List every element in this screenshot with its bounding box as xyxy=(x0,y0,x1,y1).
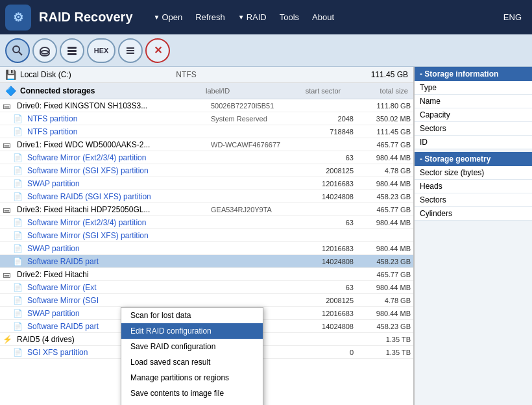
storages-header-icon: 🔷 xyxy=(5,86,16,96)
item-start: 63 xyxy=(298,284,356,291)
item-label: Software Mirror (Ext2/3/4) partition xyxy=(27,153,208,162)
tool-disk-btn[interactable] xyxy=(32,38,57,63)
item-size: 4.78 GB xyxy=(359,297,411,304)
geometry-field[interactable]: Heads xyxy=(415,180,532,193)
nav-refresh[interactable]: Refresh xyxy=(190,10,230,25)
tree-item[interactable]: 🖴 Drive0: Fixed KINGSTON SH103S3... 5002… xyxy=(0,99,413,112)
tree-item[interactable]: 🖴 Drive2: Fixed Hitachi 465.77 GB xyxy=(0,268,413,281)
tool-hex-btn[interactable]: HEX xyxy=(87,38,115,63)
local-disk-label: Local Disk (C:) xyxy=(20,70,156,79)
col-label-id: label/ID xyxy=(206,87,290,95)
item-id: System Reserved xyxy=(211,115,295,123)
right-panel: - Storage information TypeNameCapacitySe… xyxy=(414,67,532,405)
item-label: NTFS partition xyxy=(27,114,208,123)
geometry-field[interactable]: Sector size (bytes) xyxy=(415,166,532,180)
geometry-field[interactable]: Cylinders xyxy=(415,207,532,221)
info-field[interactable]: ID xyxy=(415,136,532,149)
nav-tools[interactable]: Tools xyxy=(274,10,304,25)
storages-header: 🔷 Connected storages label/ID start sect… xyxy=(0,83,413,99)
tree-item[interactable]: 📄 NTFS partition System Reserved 2048 35… xyxy=(0,112,413,125)
info-fields1: TypeNameCapacitySectorsID xyxy=(415,81,532,149)
tree-item[interactable]: 📄 Software RAID5 part 14024808 458.23 GB xyxy=(0,255,413,268)
item-id: WD-WCAWF4676677 xyxy=(211,141,295,149)
info-field[interactable]: Type xyxy=(415,81,532,95)
item-label: Drive0: Fixed KINGSTON SH103S3... xyxy=(17,101,208,110)
tree-item[interactable]: 📄 Software Mirror (SGI XFS) partition xyxy=(0,229,413,242)
item-size: 980.44 MB xyxy=(359,219,411,227)
tree-item[interactable]: 📄 NTFS partition 718848 111.45 GB xyxy=(0,125,413,138)
nav-raid-arrow: ▼ xyxy=(238,14,245,21)
svg-rect-7 xyxy=(67,53,77,55)
info-field[interactable]: Name xyxy=(415,95,532,108)
tree-item[interactable]: 📄 Software Mirror (SGI XFS) partition 20… xyxy=(0,164,413,177)
app-title: RAID Recovery xyxy=(39,10,133,25)
partition-icon: 📄 xyxy=(13,296,25,305)
tree-item[interactable]: 📄 Software Mirror (Ext 63 980.44 MB xyxy=(0,281,413,294)
local-disk-row[interactable]: 💾 Local Disk (C:) NTFS 111.45 GB xyxy=(0,67,413,83)
info-field[interactable]: Sectors xyxy=(415,122,532,136)
partition-icon: 📄 xyxy=(13,244,25,253)
nav-about[interactable]: About xyxy=(307,10,339,25)
item-size: 980.44 MB xyxy=(359,245,411,252)
storage-info-header: - Storage information xyxy=(415,67,532,81)
svg-point-0 xyxy=(13,46,19,53)
item-label: Software Mirror (Ext xyxy=(27,283,208,292)
partition-icon: 📄 xyxy=(13,192,25,201)
partition-icon: 📄 xyxy=(13,114,25,123)
item-size: 1.35 TB xyxy=(359,349,411,356)
item-label: Drive1: Fixed WDC WD5000AAKS-2... xyxy=(17,140,208,149)
item-label: NTFS partition xyxy=(27,127,208,136)
svg-rect-6 xyxy=(67,50,77,52)
tree-item[interactable]: 📄 SWAP partition 12016683 980.44 MB xyxy=(0,177,413,190)
tree-item[interactable]: 🖴 Drive1: Fixed WDC WD5000AAKS-2... WD-W… xyxy=(0,138,413,151)
nav-open-arrow: ▼ xyxy=(154,14,160,21)
item-size: 1.35 TB xyxy=(359,336,411,343)
storage-geometry-header-label: - Storage geometry xyxy=(420,154,490,164)
ctx-menu-item[interactable]: Hexadecimal contents xyxy=(121,401,263,405)
item-start: 14024808 xyxy=(298,258,356,265)
ctx-menu-item[interactable]: Edit RAID configuration xyxy=(121,323,263,339)
partition-icon: 📄 xyxy=(13,348,25,357)
ctx-menu-item[interactable]: Save contents to image file xyxy=(121,386,263,401)
ctx-menu-item[interactable]: Manage partitions or regions xyxy=(121,370,263,386)
item-size: 458.23 GB xyxy=(359,258,411,265)
nav-open[interactable]: ▼ Open xyxy=(149,10,188,25)
drive-icon: 🖴 xyxy=(3,140,14,149)
ctx-menu-item[interactable]: Load saved scan result xyxy=(121,354,263,370)
titlebar: ⚙ RAID Recovery ▼ Open Refresh ▼ RAID To… xyxy=(0,0,532,34)
item-start: 14024808 xyxy=(298,193,356,201)
item-size: 980.44 MB xyxy=(359,180,411,188)
tool-close-btn[interactable]: ✕ xyxy=(145,38,170,63)
item-start: 12016683 xyxy=(298,245,356,252)
item-label: Software Mirror (SGI xyxy=(27,296,208,305)
tree-item[interactable]: 🖴 Drive3: Fixed Hitachi HDP725050GL... G… xyxy=(0,203,413,216)
item-start: 14024808 xyxy=(298,323,356,330)
toolbar: HEX ✕ xyxy=(0,34,532,67)
nav-menu: ▼ Open Refresh ▼ RAID Tools About xyxy=(149,10,490,25)
local-disk-icon: 💾 xyxy=(5,69,16,80)
ctx-menu-item[interactable]: Save RAID configuration xyxy=(121,339,263,354)
partition-icon: 📄 xyxy=(13,283,25,292)
tree-item[interactable]: 📄 Software Mirror (Ext2/3/4) partition 6… xyxy=(0,216,413,229)
item-label: SWAP partition xyxy=(27,179,208,188)
tool-search-btn[interactable] xyxy=(5,38,30,63)
item-size: 980.44 MB xyxy=(359,310,411,317)
partition-icon: 📄 xyxy=(13,179,25,188)
info-field[interactable]: Capacity xyxy=(415,108,532,122)
item-label: Drive2: Fixed Hitachi xyxy=(17,270,208,279)
nav-raid[interactable]: ▼ RAID xyxy=(233,10,272,25)
svg-rect-5 xyxy=(67,47,77,49)
ctx-menu-item[interactable]: Scan for lost data xyxy=(121,308,263,323)
tree-item[interactable]: 📄 Software Mirror (Ext2/3/4) partition 6… xyxy=(0,151,413,164)
item-label: Software Mirror (Ext2/3/4) partition xyxy=(27,218,208,227)
item-label: Software Mirror (SGI XFS) partition xyxy=(27,231,208,240)
tool-layers-btn[interactable] xyxy=(60,38,84,63)
tool-list-btn[interactable] xyxy=(118,38,143,63)
item-label: SWAP partition xyxy=(27,244,208,253)
tree-item[interactable]: 📄 Software RAID5 (SGI XFS) partition 140… xyxy=(0,190,413,203)
geometry-field[interactable]: Sectors xyxy=(415,193,532,207)
partition-icon: 📄 xyxy=(13,218,25,227)
tree-item[interactable]: 📄 SWAP partition 12016683 980.44 MB xyxy=(0,242,413,255)
tree-item[interactable]: 📄 Software Mirror (SGI 2008125 4.78 GB xyxy=(0,294,413,307)
item-size: 465.77 GB xyxy=(359,141,411,149)
